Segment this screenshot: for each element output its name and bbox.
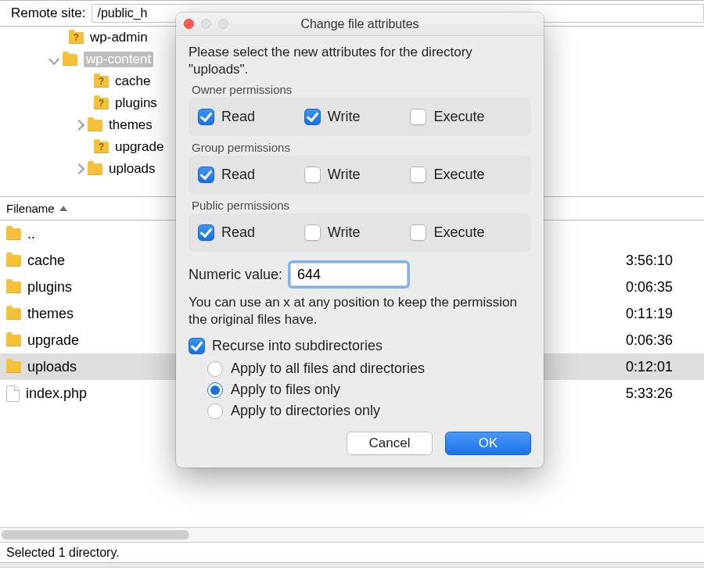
public-read-checkbox[interactable] xyxy=(198,224,214,241)
remote-site-label: Remote site: xyxy=(11,5,85,21)
bottom-strip xyxy=(0,563,704,568)
sort-asc-icon xyxy=(59,206,67,211)
file-name: plugins xyxy=(27,279,72,296)
zoom-icon xyxy=(218,19,228,29)
group-permissions-group: Read Write Execute xyxy=(189,156,531,194)
tree-item-label: uploads xyxy=(109,161,156,177)
tree-item-label: upgrade xyxy=(115,139,163,155)
radio-apply-dirs[interactable] xyxy=(207,403,223,419)
checkbox-label: Write xyxy=(328,167,361,183)
tree-item-label: plugins xyxy=(115,95,157,111)
group-execute-checkbox[interactable] xyxy=(410,167,426,183)
checkbox-label: Write xyxy=(328,224,361,241)
folder-icon xyxy=(6,308,21,320)
status-bar: Selected 1 directory. xyxy=(0,543,704,563)
folder-icon xyxy=(6,361,21,373)
checkbox-label: Read xyxy=(221,224,255,241)
file-name: upgrade xyxy=(27,332,79,349)
tree-item-label: themes xyxy=(109,117,153,133)
checkbox-label: Execute xyxy=(433,224,484,241)
file-name: index.php xyxy=(26,385,87,402)
change-attributes-dialog: Change file attributes Please select the… xyxy=(176,13,544,468)
scrollbar-thumb[interactable] xyxy=(2,530,189,540)
file-name: uploads xyxy=(27,359,77,375)
public-permissions-label: Public permissions xyxy=(192,199,531,212)
ok-button[interactable]: OK xyxy=(445,432,531,455)
file-name: .. xyxy=(27,226,35,242)
tree-item-label: cache xyxy=(115,74,150,89)
file-time: 0:06:36 xyxy=(626,332,673,349)
checkbox-label: Execute xyxy=(433,167,484,183)
checkbox-label: Write xyxy=(328,109,361,125)
chevron-right-icon[interactable] xyxy=(74,120,84,131)
file-time: 3:56:10 xyxy=(626,253,673,269)
filename-column-header: Filename xyxy=(6,202,55,215)
group-read-checkbox[interactable] xyxy=(198,167,214,183)
horizontal-scrollbar[interactable] xyxy=(0,527,704,543)
public-execute-checkbox[interactable] xyxy=(410,224,426,241)
public-permissions-group: Read Write Execute xyxy=(189,213,531,252)
checkbox-label: Read xyxy=(221,109,255,125)
folder-icon xyxy=(6,335,21,346)
owner-write-checkbox[interactable] xyxy=(304,109,321,125)
checkbox-label: Execute xyxy=(433,109,484,125)
group-permissions-label: Group permissions xyxy=(192,141,531,154)
file-icon xyxy=(6,385,20,402)
radio-label: Apply to files only xyxy=(231,382,340,398)
radio-label: Apply to directories only xyxy=(231,403,380,419)
file-time: 0:12:01 xyxy=(626,359,673,375)
owner-execute-checkbox[interactable] xyxy=(410,109,426,125)
folder-icon xyxy=(6,228,21,240)
owner-read-checkbox[interactable] xyxy=(198,109,214,125)
folder-icon xyxy=(88,163,102,175)
folder-question-icon: ? xyxy=(69,32,84,44)
file-time: 0:06:35 xyxy=(626,279,673,296)
status-text: Selected 1 directory. xyxy=(6,546,120,560)
minimize-icon xyxy=(201,19,211,29)
folder-question-icon: ? xyxy=(94,76,109,88)
folder-question-icon: ? xyxy=(94,142,109,153)
dialog-title: Change file attributes xyxy=(176,17,544,31)
dialog-intro-text: Please select the new attributes for the… xyxy=(189,44,531,78)
file-name: themes xyxy=(27,306,74,322)
numeric-value-label: Numeric value: xyxy=(189,267,282,283)
folder-question-icon: ? xyxy=(94,98,109,109)
remote-path-value: /public_h xyxy=(97,6,147,20)
radio-apply-files[interactable] xyxy=(207,382,223,398)
file-time: 0:11:19 xyxy=(626,306,673,322)
numeric-help-text: You can use an x at any position to keep… xyxy=(189,294,531,328)
radio-label: Apply to all files and directories xyxy=(231,360,425,377)
chevron-down-icon[interactable] xyxy=(48,54,59,65)
checkbox-label: Read xyxy=(221,167,255,183)
chevron-right-icon[interactable] xyxy=(74,163,84,174)
public-write-checkbox[interactable] xyxy=(304,224,321,241)
cancel-button[interactable]: Cancel xyxy=(347,432,433,455)
tree-item-label: wp-admin xyxy=(90,30,148,45)
recurse-option-group: Apply to all files and directories Apply… xyxy=(207,360,531,419)
file-name: cache xyxy=(27,253,65,269)
owner-permissions-label: Owner permissions xyxy=(192,83,531,96)
tree-item-label: wp-content xyxy=(84,52,153,67)
close-icon[interactable] xyxy=(184,19,194,29)
folder-icon xyxy=(88,120,102,131)
folder-icon xyxy=(6,255,21,267)
radio-apply-all[interactable] xyxy=(207,361,223,377)
folder-icon xyxy=(6,281,21,293)
recurse-checkbox[interactable] xyxy=(189,338,205,354)
numeric-value-input[interactable] xyxy=(290,263,408,286)
group-write-checkbox[interactable] xyxy=(304,167,321,183)
folder-icon xyxy=(63,54,77,66)
owner-permissions-group: Read Write Execute xyxy=(189,98,531,136)
recurse-label: Recurse into subdirectories xyxy=(212,338,383,354)
dialog-title-bar: Change file attributes xyxy=(176,13,544,36)
file-time: 5:33:26 xyxy=(626,385,673,402)
